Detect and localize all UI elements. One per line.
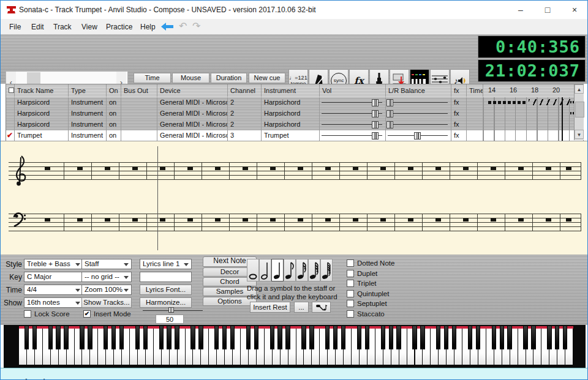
black-key[interactable] [143, 326, 148, 349]
bass-staff[interactable] [9, 214, 581, 231]
black-key[interactable] [246, 326, 251, 349]
cell-type[interactable]: Instrument [69, 108, 107, 119]
vol-slider-thumb[interactable] [372, 110, 379, 117]
black-key[interactable] [277, 326, 282, 349]
whole-rest[interactable] [105, 218, 110, 222]
black-key[interactable] [190, 326, 195, 349]
whole-rest[interactable] [160, 218, 165, 222]
undo-icon[interactable]: ↶ [179, 20, 187, 32]
black-key[interactable] [500, 326, 504, 349]
black-key[interactable] [436, 326, 440, 349]
black-key[interactable] [222, 326, 227, 349]
header-vol[interactable]: Vol [320, 84, 386, 97]
cell-type[interactable]: Instrument [69, 130, 107, 141]
black-key[interactable] [389, 326, 393, 349]
black-key[interactable] [555, 326, 559, 349]
black-key[interactable] [492, 326, 496, 349]
whole-rest[interactable] [566, 167, 571, 170]
black-key[interactable] [523, 326, 527, 349]
whole-rest[interactable] [408, 218, 413, 222]
black-key[interactable] [365, 326, 369, 349]
black-key[interactable] [325, 326, 330, 349]
whole-rest[interactable] [491, 167, 496, 170]
whole-rest[interactable] [518, 218, 524, 222]
whole-rest[interactable] [77, 167, 83, 170]
whole-rest[interactable] [546, 167, 551, 170]
black-key[interactable] [547, 326, 551, 349]
whole-rest[interactable] [215, 218, 221, 222]
whole-rest[interactable] [380, 167, 386, 170]
eighth-note-button[interactable] [284, 259, 296, 281]
whole-rest[interactable] [160, 167, 165, 170]
header-type[interactable]: Type [69, 84, 107, 97]
insert-mode-checkbox[interactable]: ✔ [83, 310, 91, 318]
piano-keyboard[interactable] [4, 325, 586, 368]
balance-slider-thumb[interactable] [386, 110, 393, 117]
black-key[interactable] [214, 326, 219, 349]
whole-rest[interactable] [491, 218, 496, 222]
duration-button[interactable]: Duration [211, 73, 247, 83]
minimize-button[interactable]: – [507, 1, 534, 19]
black-key[interactable] [167, 326, 171, 349]
cell-instr[interactable]: Harpsichord [262, 108, 320, 119]
whole-rest[interactable] [566, 218, 571, 222]
dotted-note-checkbox[interactable] [347, 259, 354, 267]
grid-select[interactable]: -- no grid -- [81, 272, 132, 282]
menu-practice[interactable]: Practice [104, 21, 135, 32]
half-note-button[interactable] [259, 259, 271, 281]
balance-slider[interactable] [386, 108, 451, 119]
black-key[interactable] [104, 326, 108, 349]
black-key[interactable] [563, 326, 567, 349]
black-key[interactable] [468, 326, 472, 349]
sixteenth-note-button[interactable] [296, 259, 308, 281]
black-key[interactable] [270, 326, 274, 349]
cell-chan[interactable]: 3 [228, 130, 262, 141]
black-key[interactable] [444, 326, 448, 349]
cell-instr[interactable]: Trumpet [262, 130, 320, 141]
black-key[interactable] [476, 326, 480, 349]
vol-slider[interactable] [320, 130, 386, 141]
black-key[interactable] [420, 326, 424, 349]
black-key[interactable] [396, 326, 401, 349]
sixtyfourth-note-button[interactable] [320, 259, 333, 281]
header-instrument[interactable]: Instrument [262, 84, 320, 97]
whole-rest[interactable] [435, 167, 441, 170]
header-channel[interactable]: Channel [228, 84, 262, 97]
cell-bus[interactable] [121, 130, 157, 141]
black-key[interactable] [88, 326, 92, 349]
black-key[interactable] [135, 326, 140, 349]
quarter-note-button[interactable] [271, 259, 284, 281]
black-key[interactable] [254, 326, 258, 349]
cell-name[interactable]: Harpsicord [15, 119, 69, 130]
black-key[interactable] [198, 326, 203, 349]
black-key[interactable] [285, 326, 290, 349]
menu-view[interactable]: View [79, 21, 100, 32]
whole-rest[interactable] [463, 167, 469, 170]
black-key[interactable] [32, 326, 37, 349]
key-select[interactable]: C Major [24, 272, 83, 282]
lyrics-font-button[interactable]: Lyrics Font... [140, 285, 192, 295]
black-key[interactable] [507, 326, 511, 349]
cell-chan[interactable]: 2 [228, 97, 262, 108]
cell-check[interactable] [6, 108, 15, 119]
whole-rest[interactable] [380, 218, 386, 222]
cell-device[interactable]: General MIDI - Microso [157, 97, 228, 108]
whole-rest[interactable] [132, 218, 138, 222]
whole-rest[interactable] [45, 218, 50, 222]
black-key[interactable] [64, 326, 68, 349]
whole-rest[interactable] [463, 218, 469, 222]
header-fx[interactable]: fx [451, 84, 467, 97]
cell-chan[interactable]: 2 [228, 119, 262, 130]
fx-link[interactable]: fx [451, 97, 467, 108]
whole-rest[interactable] [132, 167, 138, 170]
scroll-up-icon[interactable]: ▲ [575, 84, 584, 94]
black-key[interactable] [452, 326, 456, 349]
whole-note-button[interactable] [247, 259, 259, 281]
whole-rest[interactable] [435, 218, 441, 222]
fx-link[interactable]: fx [451, 119, 467, 130]
vol-slider-thumb[interactable] [372, 99, 379, 106]
whole-rest[interactable] [215, 167, 221, 170]
whole-rest[interactable] [243, 218, 248, 222]
cell-device[interactable]: General MIDI - Microso [157, 108, 228, 119]
cell-name[interactable]: Harpsicord [15, 97, 69, 108]
